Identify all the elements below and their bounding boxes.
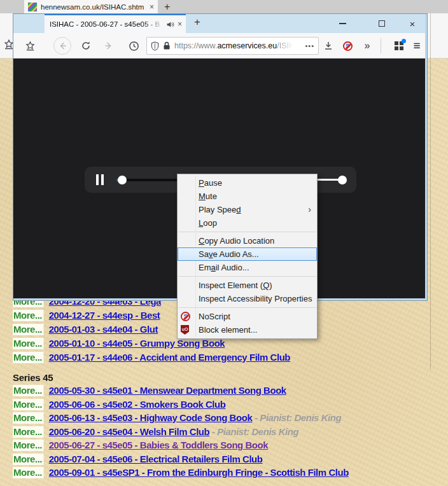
tab-close-icon[interactable]: × [178,20,182,29]
minimize-button[interactable] [330,14,355,33]
forward-button[interactable] [102,33,115,59]
episode-row: More...2005-01-03 - s44e04 - Glut [13,324,158,335]
episode-row: More...2005-07-04 - s45e06 - Electrical … [13,454,263,465]
more-link[interactable]: More... [13,412,44,424]
url-domain: acmeservices.eu [217,41,277,50]
episode-link[interactable]: 2005-07-04 - s45e06 - Electrical Retaile… [49,454,263,464]
email-audio-menu-item[interactable]: Email Audio... [178,261,317,274]
back-button[interactable] [53,33,71,59]
download-icon[interactable] [322,33,335,59]
ublock-icon: uO [181,325,189,335]
lock-icon[interactable] [163,41,171,50]
block-element-menu-item[interactable]: Block element...uO [178,323,317,337]
more-link[interactable]: More... [13,426,44,438]
play-speed-menu-item[interactable]: Play Speed› [178,203,317,216]
more-link[interactable]: More... [13,399,44,410]
series45-heading: Series 45 [13,372,53,384]
episode-row: More...2005-06-13 - s45e03 - Highway Cod… [13,412,341,424]
episode-row: More...2005-05-30 - s45e01 - Menswear De… [13,385,286,396]
episode-link[interactable]: 2005-06-20 - s45e04 - Welsh Film Club [49,426,210,437]
url-scheme: https://www. [174,41,217,50]
episode-link[interactable]: 2005-06-13 - s45e03 - Highway Code Song … [49,412,253,423]
url-path: /ISIH [277,41,295,50]
more-link[interactable]: More... [13,454,44,465]
episode-row: More...2005-06-06 - s45e02 - Smokers Boo… [13,399,225,410]
pause-button[interactable] [96,174,105,185]
episode-row: More...2005-06-20 - s45e04 - Welsh Film … [13,426,298,438]
menu-separator [178,276,316,277]
popup-tab[interactable]: ISIHAC - 2005-06-27 - s45e05 - B × [45,14,186,33]
bookmark-star-icon[interactable] [23,33,37,59]
episode-link[interactable]: 2005-05-30 - s45e01 - Menswear Departmen… [49,385,286,396]
tab-audio-playing-icon[interactable] [166,20,174,29]
more-link[interactable]: More... [13,352,44,363]
episode-link[interactable]: 2005-09-01 - s45eSP1 - From the Edinburg… [49,467,349,478]
audio-context-menu: PauseMutePlay Speed›LoopCopy Audio Locat… [177,174,318,339]
toolbar-separator [381,38,381,53]
more-link[interactable]: More... [13,338,44,349]
url-bar[interactable]: https://www.acmeservices.eu/ISIH ••• [146,37,319,55]
url-text: https://www.acmeservices.eu/ISIH [174,41,301,50]
save-audio-as-menu-item[interactable]: Save Audio As... [178,247,317,261]
close-window-button[interactable]: × [400,14,425,33]
copy-audio-location-menu-item[interactable]: Copy Audio Location [178,234,317,247]
volume-thumb[interactable] [338,176,347,184]
page-actions-icon[interactable]: ••• [305,42,314,50]
seek-thumb[interactable] [118,176,127,184]
episode-link[interactable]: 2005-01-10 - s44e05 - Grumpy Song Book [49,338,225,349]
toolbar-overflow-icon[interactable]: » [361,33,374,59]
more-link[interactable]: More... [13,385,44,396]
popup-navigation-toolbar: https://www.acmeservices.eu/ISIH ••• S »… [13,33,425,59]
popup-titlebar[interactable]: ISIHAC - 2005-06-27 - s45e05 - B × + × [13,14,425,33]
more-link[interactable]: More... [13,440,44,451]
more-link[interactable]: More... [13,467,44,478]
popup-tab-title: ISIHAC - 2005-06-27 - s45e05 - B [50,20,163,28]
history-clock-icon[interactable] [127,33,140,59]
episode-link[interactable]: 2005-06-27 - s45e05 - Babies & Toddlers … [49,440,268,450]
more-link[interactable]: More... [13,310,44,321]
episode-row: More...2005-01-17 - s44e06 - Accident an… [13,352,290,363]
menu-separator [178,307,316,308]
inspect-accessibility-properties-menu-item[interactable]: Inspect Accessibility Properties [178,292,317,305]
reload-button[interactable] [80,33,92,59]
noscript-menu-item[interactable]: NoScriptS [178,310,317,323]
maximize-button[interactable] [369,14,395,33]
pianist-note: - Pianist: Denis King [212,426,298,437]
episode-row: More...2005-01-10 - s44e05 - Grumpy Song… [13,338,225,349]
pause-menu-item[interactable]: Pause [178,176,317,190]
mute-menu-item[interactable]: Mute [178,190,317,203]
submenu-arrow-icon: › [308,203,311,216]
menu-hamburger-icon[interactable]: ≡ [410,33,424,59]
menu-separator [178,232,316,232]
episode-link[interactable]: 2005-01-03 - s44e04 - Glut [49,324,158,335]
whats-new-gift-icon[interactable] [393,33,405,59]
new-tab-button[interactable]: + [194,16,200,29]
tracking-shield-icon[interactable] [151,41,159,51]
episode-row: More...2005-09-01 - s45eSP1 - From the E… [13,467,349,478]
episode-row: More...2004-12-27 - s44esp - Best [13,310,160,321]
pianist-note: - Pianist: Denis King [255,412,341,423]
noscript-icon: S [181,312,190,321]
inspect-element-q-menu-item[interactable]: Inspect Element (Q) [178,279,317,292]
episode-link[interactable]: 2005-06-06 - s45e02 - Smokers Book Club [49,399,226,410]
loop-menu-item[interactable]: Loop [178,216,317,230]
noscript-toolbar-icon[interactable]: S [341,33,354,59]
episode-link[interactable]: 2004-12-27 - s44esp - Best [49,310,160,321]
episode-row: More...2005-06-27 - s45e05 - Babies & To… [13,440,268,451]
more-link[interactable]: More... [13,324,44,335]
episode-link[interactable]: 2005-01-17 - s44e06 - Accident and Emerg… [49,352,290,363]
